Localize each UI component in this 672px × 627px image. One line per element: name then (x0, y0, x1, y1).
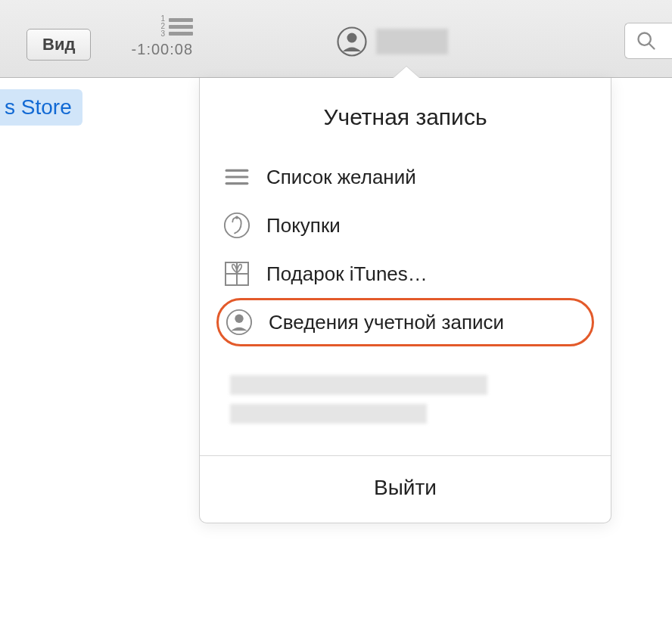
dropdown-caret (393, 67, 420, 79)
gift-icon (222, 259, 251, 288)
time-remaining: -1:00:08 (132, 41, 193, 58)
numbered-list-icon: 123 (160, 15, 193, 38)
person-icon (337, 26, 367, 57)
account-id-redacted (200, 360, 611, 455)
menu-list: Список желаний Покупки По (200, 153, 611, 360)
menu-item-label: Сведения учетной записи (269, 311, 504, 334)
top-toolbar: Вид 123 -1:00:08 (0, 0, 672, 78)
svg-point-13 (235, 315, 243, 323)
menu-item-label: Список желаний (266, 166, 416, 189)
menu-item-label: Подарок iTunes… (266, 262, 428, 286)
person-icon (225, 308, 254, 337)
svg-point-8 (235, 216, 238, 219)
menu-item-account-info[interactable]: Сведения учетной записи (216, 298, 594, 346)
search-icon (636, 30, 657, 51)
menu-item-gift[interactable]: Подарок iTunes… (216, 250, 594, 298)
menu-item-purchases[interactable]: Покупки (216, 201, 594, 250)
sidebar-item-store[interactable]: s Store (0, 89, 82, 126)
dropdown-title: Учетная запись (200, 97, 611, 153)
playlist-info: 123 -1:00:08 (110, 15, 193, 58)
account-name-redacted (376, 29, 448, 54)
svg-line-3 (649, 44, 655, 49)
bag-icon (222, 211, 251, 240)
view-button[interactable]: Вид (26, 29, 91, 61)
account-dropdown: Учетная запись Список желаний Покупки (199, 78, 611, 523)
signout-button[interactable]: Выйти (200, 456, 611, 523)
list-icon (222, 163, 251, 191)
svg-point-1 (347, 33, 357, 43)
account-button[interactable] (337, 26, 448, 57)
menu-item-label: Покупки (266, 214, 341, 237)
search-input[interactable] (624, 23, 672, 59)
menu-item-wishlist[interactable]: Список желаний (216, 153, 594, 201)
